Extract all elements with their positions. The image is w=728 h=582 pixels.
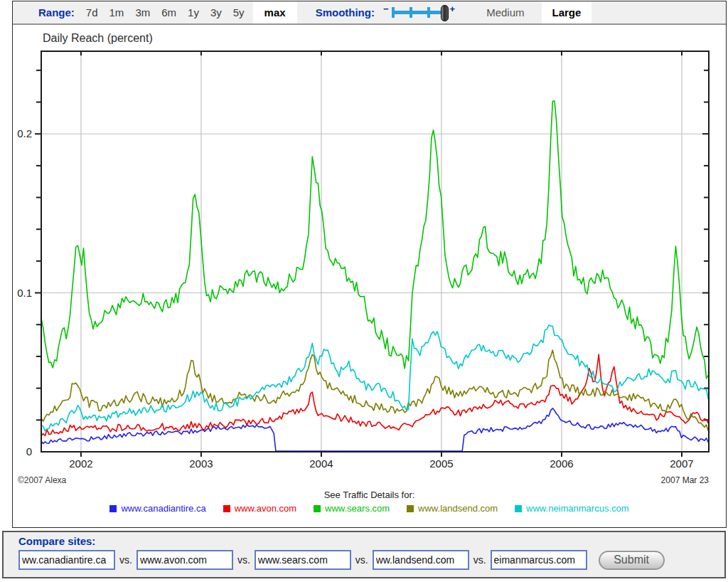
compare-site-input-1[interactable] [18,550,115,570]
slider-tick [427,7,430,18]
compare-site-input-2[interactable] [136,550,233,570]
legend-swatch [223,505,230,512]
smoothing-slider-handle[interactable] [441,5,449,21]
vs-label: vs. [119,554,132,566]
range-option-7d[interactable]: 7d [80,1,104,23]
legend-site-link[interactable]: www.canadiantire.ca [121,503,205,514]
legend-item-www.landsend.com: www.landsend.com [407,503,498,514]
legend-swatch [314,505,321,512]
compare-site-input-5[interactable] [491,550,587,570]
plot-border [41,51,709,452]
vs-label: vs. [355,554,368,566]
size-options: MediumLarge [479,1,592,23]
x-axis-label: 2005 [429,457,453,470]
range-option-3m[interactable]: 3m [129,1,156,23]
range-option-max[interactable]: max [253,1,297,23]
x-axis-label: 2004 [309,457,333,470]
x-axis-label: 2006 [550,457,573,470]
compare-site-input-3[interactable] [255,550,351,570]
chart-toolbar: Range: 7d1m3m6m1y3y5ymax Smoothing: − + … [13,1,726,25]
legend-item-www.neimanmarcus.com: www.neimanmarcus.com [515,503,629,514]
slider-tick [410,7,412,18]
smoothing-increase-button[interactable]: + [450,4,456,14]
compare-site-input-4[interactable] [373,550,469,570]
range-label: Range: [38,1,75,23]
series-line-www.neimanmarcus.com [41,325,708,431]
legend-site-link[interactable]: www.neimanmarcus.com [526,503,629,514]
smoothing-slider-track[interactable] [392,11,447,14]
smoothing-label: Smoothing: [316,1,375,23]
range-options: 7d1m3m6m1y3y5ymax [80,1,297,23]
y-axis-label: 0.1 [17,287,32,299]
x-axis-label: 2007 [670,457,693,470]
range-option-6m[interactable]: 6m [156,1,182,23]
range-option-5y[interactable]: 5y [228,1,250,23]
size-option-large[interactable]: Large [542,1,592,23]
legend-item-www.avon.com: www.avon.com [223,503,296,514]
series-line-www.landsend.com [41,350,708,431]
range-option-3y[interactable]: 3y [205,1,228,23]
legend-item-www.canadiantire.ca: www.canadiantire.ca [109,503,205,514]
x-axis-label: 2002 [69,457,92,470]
smoothing-slider[interactable]: − + [383,1,455,23]
x-axis-label: 2003 [189,457,213,470]
date-label: 2007 Mar 23 [661,475,709,485]
y-axis-label: 0.2 [17,127,32,139]
compare-sites-title: Compare sites: [18,535,724,547]
vs-label: vs. [473,554,486,566]
range-option-1m[interactable]: 1m [104,1,130,23]
legend-swatch [515,505,522,512]
chart-legend: See Traffic Details for: www.canadiantir… [13,490,726,514]
legend-site-link[interactable]: www.avon.com [235,503,296,514]
reach-chart: 00.10.2200220032004200520062007 [13,25,726,487]
copyright-label: ©2007 Alexa [18,475,66,485]
legend-header: See Traffic Details for: [13,490,726,500]
vs-label: vs. [237,554,250,566]
legend-swatch [109,505,117,512]
legend-items: www.canadiantire.cawww.avon.comwww.sears… [13,503,726,514]
compare-row: vs.vs.vs.vs.Submit [18,550,724,570]
traffic-panel: Range: 7d1m3m6m1y3y5ymax Smoothing: − + … [12,1,727,528]
compare-sites-panel: Compare sites: vs.vs.vs.vs.Submit [2,531,726,578]
series-line-www.sears.com [41,101,708,379]
size-option-medium[interactable]: Medium [479,1,531,23]
smoothing-decrease-button[interactable]: − [383,4,389,14]
legend-site-link[interactable]: www.landsend.com [418,503,498,514]
y-axis-label: 0 [26,445,32,457]
submit-button[interactable]: Submit [599,551,665,570]
legend-swatch [407,505,414,512]
range-option-1y[interactable]: 1y [182,1,205,23]
legend-site-link[interactable]: www.sears.com [325,503,390,514]
slider-tick [392,7,395,18]
legend-item-www.sears.com: www.sears.com [314,503,390,514]
